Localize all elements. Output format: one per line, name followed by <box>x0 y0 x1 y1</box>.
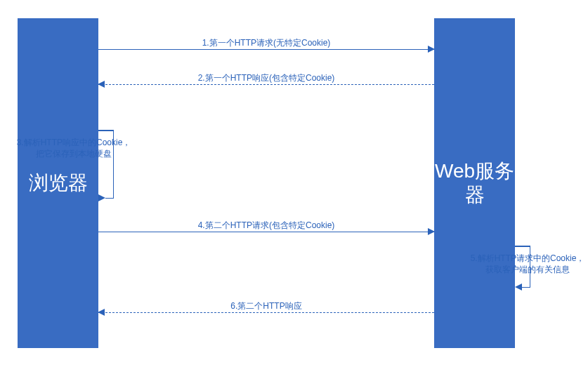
arrow-right-icon <box>428 46 435 53</box>
sequence-diagram: 浏览器 Web服务器 1.第一个HTTP请求(无特定Cookie) 2.第一个H… <box>0 0 588 367</box>
msg-4-lane: 4.第二个HTTP请求(包含特定Cookie) <box>98 232 434 232</box>
msg-2-lane: 2.第一个HTTP响应(包含特定Cookie) <box>98 84 434 85</box>
actor-web-server: Web服务器 <box>434 18 515 348</box>
msg-2-label: 2.第一个HTTP响应(包含特定Cookie) <box>98 72 434 84</box>
actor-browser: 浏览器 <box>18 18 98 348</box>
msg-1-label: 1.第一个HTTP请求(无特定Cookie) <box>98 37 434 49</box>
self-msg-5-label: 5.解析HTTP请求中的Cookie， 获取客户端的有关信息 <box>468 253 587 275</box>
arrow-left-icon <box>98 81 105 88</box>
arrow-left-into-block-icon <box>98 194 105 201</box>
actor-web-server-label: Web服务器 <box>434 159 515 206</box>
arrow-left-icon <box>98 309 105 316</box>
arrow-right-into-block-icon <box>515 283 522 291</box>
actor-browser-label: 浏览器 <box>29 171 88 195</box>
arrow-right-icon <box>428 228 435 235</box>
self-msg-3-label: 3.解析HTTP响应中的Cookie， 把它保存到本地硬盘 <box>14 137 133 159</box>
msg-6-label: 6.第二个HTTP响应 <box>98 300 434 312</box>
msg-1-lane: 1.第一个HTTP请求(无特定Cookie) <box>98 49 434 50</box>
msg-6-lane: 6.第二个HTTP响应 <box>98 312 434 313</box>
msg-4-label: 4.第二个HTTP请求(包含特定Cookie) <box>98 220 434 232</box>
